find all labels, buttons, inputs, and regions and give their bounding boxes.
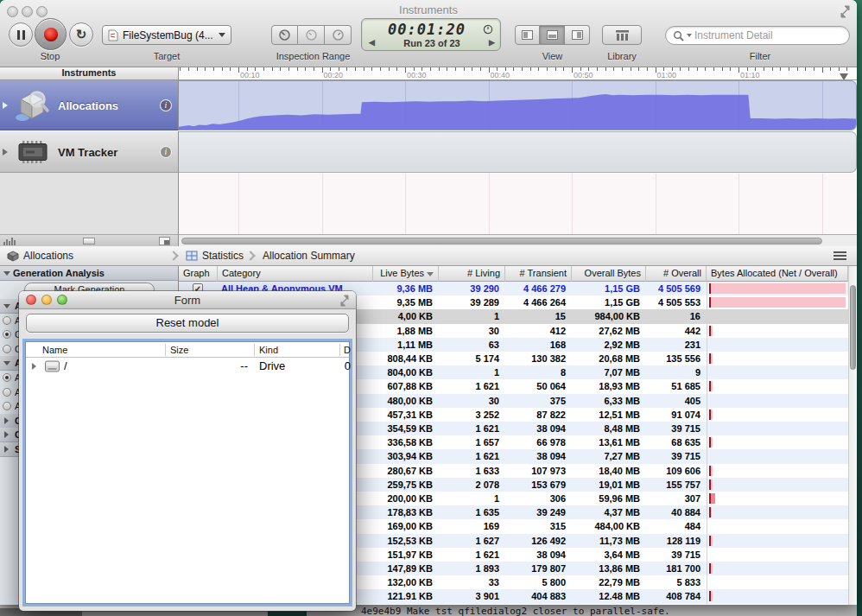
value-cell: 4 505 569 [646,282,707,296]
column-header[interactable]: Live Bytes [373,266,439,282]
loop-button[interactable]: ↻ [69,22,93,47]
ruler-tick [455,67,456,71]
value-cell: 307 [646,492,707,506]
form-file-table[interactable]: Name Size Kind D / -- Drive 0 [25,341,350,604]
view-left-pane-button[interactable] [515,25,540,45]
inspection-range-clear-button[interactable] [298,25,325,45]
info-icon[interactable]: i [160,99,172,111]
timeline-gridline [656,174,656,234]
info-icon[interactable]: i [160,146,172,158]
inspection-range-end-button[interactable] [325,25,352,45]
ruler-tick [530,67,531,71]
view-bottom-pane-button[interactable] [540,25,565,45]
sort-descending-icon [427,272,434,276]
form-titlebar[interactable]: Form [19,291,356,309]
ruler-tick [288,67,289,71]
track-allocations[interactable]: Allocations i [0,80,179,130]
column-header[interactable]: # Living [439,266,505,282]
filter-input[interactable] [694,29,842,41]
pane-options-icon[interactable] [833,250,846,262]
view-right-pane-button[interactable] [565,25,590,45]
disclosure-triangle-icon[interactable] [3,102,8,109]
value-cell: 155 757 [646,478,707,492]
ruler-tick [430,67,431,71]
histogram-icon[interactable] [3,237,16,245]
column-header[interactable]: # Transient [505,266,572,282]
ruler-tick [830,67,831,71]
reset-model-button[interactable]: Reset model [26,314,349,333]
column-header[interactable]: Bytes Allocated (Net / Overall) [707,266,848,282]
ruler-tick-label: 00:40 [491,71,510,79]
value-cell: 11,73 MB [572,534,646,549]
breadcrumb-allocations[interactable]: Allocations [7,250,167,262]
column-divider[interactable] [339,344,340,356]
radio-icon[interactable] [3,316,11,325]
column-header[interactable]: Overall Bytes [572,266,646,282]
window-resize-icon[interactable] [839,5,852,18]
commit-message-text: 4e9e4b9 Make tst_qfiledialog2 closer to … [361,606,670,616]
table-row[interactable]: / -- Drive 0 [26,358,349,374]
radio-icon[interactable] [3,330,11,339]
column-header-size[interactable]: Size [170,343,188,357]
playhead-marker[interactable] [840,73,848,80]
statistics-grid-icon [186,251,198,261]
chevron-down-icon [219,33,225,37]
pause-button[interactable] [9,22,33,47]
vm-tracker-track-lane[interactable] [179,131,857,173]
disclosure-triangle-icon[interactable] [32,363,36,370]
table-scrollbar[interactable] [848,266,857,605]
disclosure-triangle-icon[interactable] [3,149,8,156]
ruler-tick [780,67,781,71]
record-stop-button[interactable] [35,18,67,50]
inspection-range-start-button[interactable] [271,25,298,45]
search-scope-caret[interactable] [687,34,692,37]
track-vm-tracker[interactable]: VM Tracker i [0,131,179,173]
breadcrumb-statistics[interactable]: Statistics [186,250,244,262]
radio-icon[interactable] [3,373,11,382]
allocations-track-lane[interactable] [179,80,857,130]
column-divider[interactable] [165,344,166,356]
radio-icon[interactable] [3,388,11,397]
value-cell: 39 715 [646,548,707,562]
ruler-tick [305,67,306,71]
value-cell: 200,00 KB [373,492,439,506]
value-cell: 808,44 KB [373,352,439,366]
previous-run-arrow[interactable]: ◀ [369,38,375,47]
generation-analysis-header[interactable]: Generation Analysis [0,266,178,281]
allocations-instrument-icon [14,88,50,123]
value-cell: 306 [505,492,572,506]
column-header[interactable]: Graph [179,266,218,282]
column-header[interactable]: Category [218,266,373,282]
filter-search-field[interactable] [665,26,850,45]
value-cell: 1,15 GB [572,282,646,296]
column-divider[interactable] [254,344,255,356]
ruler-tick [464,67,465,71]
target-dropdown[interactable]: FileSystemBug (4... [102,25,231,45]
timeline-gridline [489,174,490,234]
window-resize-icon[interactable] [339,295,351,307]
disclosure-triangle-icon [3,271,10,276]
value-cell: 109 606 [646,464,707,479]
track-size-icon[interactable] [159,237,170,245]
value-cell: 9 [646,365,707,380]
pause-icon [17,30,25,40]
radio-icon[interactable] [3,345,11,353]
disclosure-triangle-icon [4,417,9,424]
radio-icon[interactable] [3,402,11,410]
scrollbar-thumb[interactable] [181,238,822,244]
ruler-tick [280,67,281,71]
timeline-scrollbar[interactable] [179,234,857,246]
ruler-tick [822,67,823,73]
timeline-ruler[interactable]: 00:1000:2000:3000:4000:5001:0001:10 [179,67,857,80]
column-header[interactable]: # Overall [646,266,707,282]
value-cell: 4 505 553 [646,295,707,310]
collapse-tracks-icon[interactable] [83,238,95,244]
column-header-kind[interactable]: Kind [259,343,278,357]
scrollbar-thumb[interactable] [850,285,856,370]
next-run-arrow[interactable]: ▶ [489,38,495,47]
column-header-d[interactable]: D [344,343,351,357]
column-header-name[interactable]: Name [42,343,67,357]
breadcrumb-allocation-summary[interactable]: Allocation Summary [263,250,355,262]
value-cell: 152,53 KB [373,534,439,549]
library-button[interactable] [602,25,642,45]
